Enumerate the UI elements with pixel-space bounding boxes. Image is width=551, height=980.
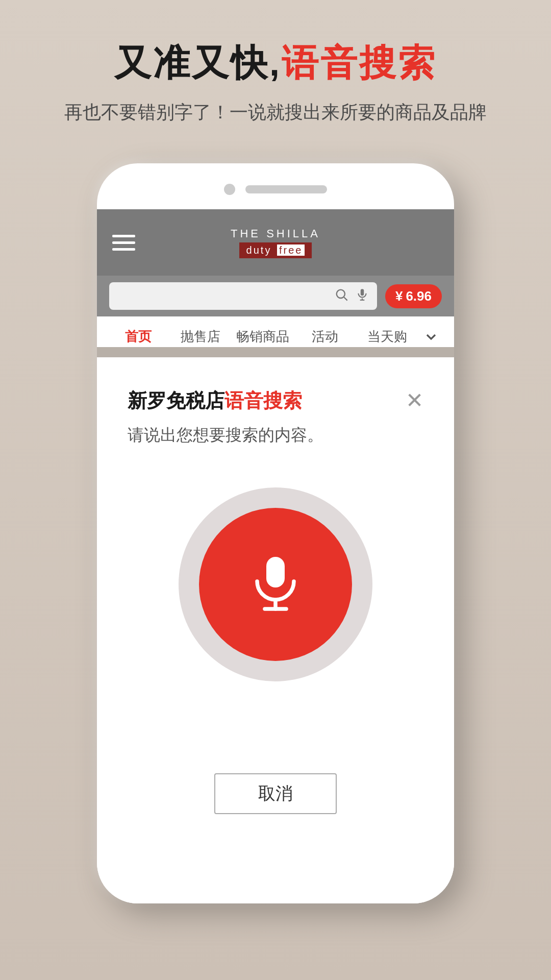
phone-camera (224, 184, 235, 195)
hamburger-line-3 (112, 248, 135, 251)
search-input-area[interactable] (109, 282, 377, 310)
nav-tab-bestseller[interactable]: 畅销商品 (232, 323, 294, 351)
top-section: 又准又快,语音搜索 再也不要错别字了！一说就搜出来所要的商品及品牌 (0, 41, 551, 125)
nav-tab-events[interactable]: 活动 (294, 323, 356, 351)
voice-modal-title-static: 新罗免税店 (128, 390, 224, 411)
free-text: free (277, 244, 305, 256)
main-title: 又准又快,语音搜索 (0, 41, 551, 85)
app-gray-banner (97, 347, 454, 357)
mic-outer-ring (179, 487, 372, 681)
nav-tab-home[interactable]: 首页 (107, 323, 169, 351)
cancel-button[interactable]: 取消 (214, 773, 337, 814)
nav-dropdown-button[interactable] (418, 324, 444, 350)
currency-symbol: ¥ (395, 288, 403, 304)
phone-speaker (245, 185, 327, 193)
sub-title: 再也不要错别字了！一说就搜出来所要的商品及品牌 (0, 100, 551, 125)
voice-modal-subtitle: 请说出您想要搜索的内容。 (97, 424, 454, 447)
currency-badge: ¥ 6.96 (385, 284, 442, 308)
svg-line-1 (344, 297, 347, 300)
app-content: THE SHILLA duty free (97, 209, 454, 903)
search-bar: ¥ 6.96 (97, 276, 454, 316)
duty-free-badge: duty free (239, 242, 312, 258)
voice-modal-header: 新罗免税店语音搜索 ✕ (97, 388, 454, 414)
hamburger-line-2 (112, 241, 135, 244)
logo-brand: THE SHILLA (231, 227, 320, 240)
app-header: THE SHILLA duty free (97, 209, 454, 276)
phone-top-bar (224, 184, 327, 195)
voice-modal-title: 新罗免税店语音搜索 (128, 388, 302, 414)
duty-text: duty (246, 244, 272, 256)
hamburger-line-1 (112, 235, 135, 237)
mic-button[interactable] (199, 508, 352, 661)
logo-area: THE SHILLA duty free (231, 227, 320, 258)
voice-modal-title-highlight: 语音搜索 (224, 390, 302, 411)
microphone-icon (245, 554, 306, 615)
nav-tab-today[interactable]: 当天购 (356, 323, 418, 351)
svg-rect-5 (266, 557, 285, 587)
main-title-part1: 又准又快, (114, 42, 282, 83)
voice-modal: 新罗免税店语音搜索 ✕ 请说出您想要搜索的内容。 (97, 357, 454, 903)
phone-container: THE SHILLA duty free (97, 163, 454, 903)
svg-point-0 (337, 289, 345, 298)
hamburger-menu-button[interactable] (112, 235, 135, 251)
svg-rect-2 (361, 289, 364, 296)
nav-tab-outlet[interactable]: 抛售店 (169, 323, 232, 351)
search-icon (334, 287, 348, 305)
search-mic-icon (356, 288, 369, 305)
currency-value: 6.96 (406, 288, 432, 304)
main-title-highlight: 语音搜索 (282, 42, 437, 83)
cancel-label: 取消 (258, 782, 293, 805)
close-button[interactable]: ✕ (406, 390, 423, 411)
phone-shell: THE SHILLA duty free (97, 163, 454, 903)
